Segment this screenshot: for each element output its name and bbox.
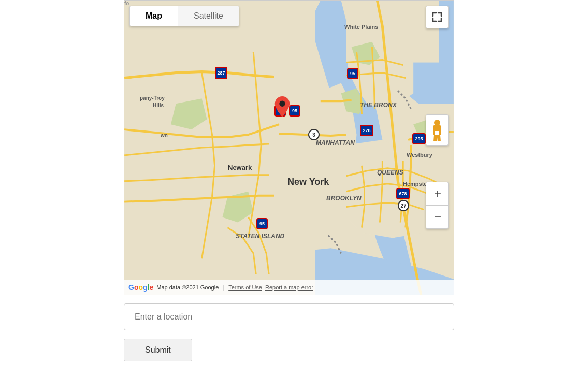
map-copyright: Map data ©2021 Google bbox=[156, 284, 219, 291]
pegman-icon bbox=[430, 119, 444, 141]
page-container: 287 95 80 95 3 278 295 678 27 95 White P… bbox=[0, 0, 578, 382]
zoom-controls: + − bbox=[426, 182, 449, 229]
highway-badge-3: 3 bbox=[308, 129, 320, 140]
highway-badge-278: 278 bbox=[360, 125, 373, 136]
label-brooklyn: BROOKLYN bbox=[326, 195, 362, 202]
highway-badge-678: 678 bbox=[396, 188, 410, 199]
terms-of-use-link[interactable]: Terms of Use bbox=[228, 284, 262, 291]
map-container: 287 95 80 95 3 278 295 678 27 95 White P… bbox=[124, 0, 454, 295]
submit-container: Submit bbox=[124, 339, 454, 382]
svg-point-2 bbox=[279, 101, 285, 107]
location-input[interactable] bbox=[124, 303, 454, 330]
fullscreen-icon bbox=[432, 12, 442, 22]
label-wn: wn bbox=[161, 133, 168, 138]
label-pany-troy: pany-Troy bbox=[140, 95, 165, 101]
fullscreen-button[interactable] bbox=[426, 6, 449, 28]
highway-badge-295: 295 bbox=[412, 133, 426, 144]
label-bronx: THE BRONX bbox=[360, 101, 397, 109]
map-pin bbox=[274, 96, 290, 117]
label-fo: fo bbox=[124, 1, 129, 6]
report-error-link[interactable]: Report a map error bbox=[265, 284, 313, 291]
street-view-button[interactable] bbox=[426, 114, 449, 146]
google-logo: Google bbox=[128, 283, 153, 292]
label-newark: Newark bbox=[228, 164, 252, 171]
label-queens: QUEENS bbox=[377, 169, 403, 176]
label-new-york: New York bbox=[287, 177, 329, 187]
highway-badge-287: 287 bbox=[215, 67, 227, 79]
map-tab-map[interactable]: Map bbox=[130, 6, 178, 26]
label-white-plains: White Plains bbox=[344, 24, 378, 30]
highway-badge-95-si: 95 bbox=[256, 218, 268, 229]
label-westbury: Westbury bbox=[407, 152, 432, 158]
label-staten-island: STATEN ISLAND bbox=[236, 233, 284, 240]
highway-badge-95-bronx: 95 bbox=[289, 105, 300, 117]
highway-badge-27: 27 bbox=[398, 200, 409, 211]
map-footer: Google Map data ©2021 Google | Terms of … bbox=[124, 280, 454, 295]
zoom-in-button[interactable]: + bbox=[426, 182, 449, 205]
submit-button[interactable]: Submit bbox=[124, 339, 192, 361]
map-tab-satellite[interactable]: Satellite bbox=[178, 6, 239, 26]
zoom-out-button[interactable]: − bbox=[426, 206, 449, 228]
label-manhattan: MANHATTAN bbox=[316, 139, 355, 147]
label-hills: Hills bbox=[153, 103, 164, 108]
map-view-controls: Map Satellite bbox=[129, 6, 239, 26]
map-svg bbox=[124, 1, 454, 295]
highway-badge-95-ne: 95 bbox=[347, 68, 358, 79]
location-input-container bbox=[124, 303, 454, 330]
map-background: 287 95 80 95 3 278 295 678 27 95 White P… bbox=[124, 1, 454, 295]
